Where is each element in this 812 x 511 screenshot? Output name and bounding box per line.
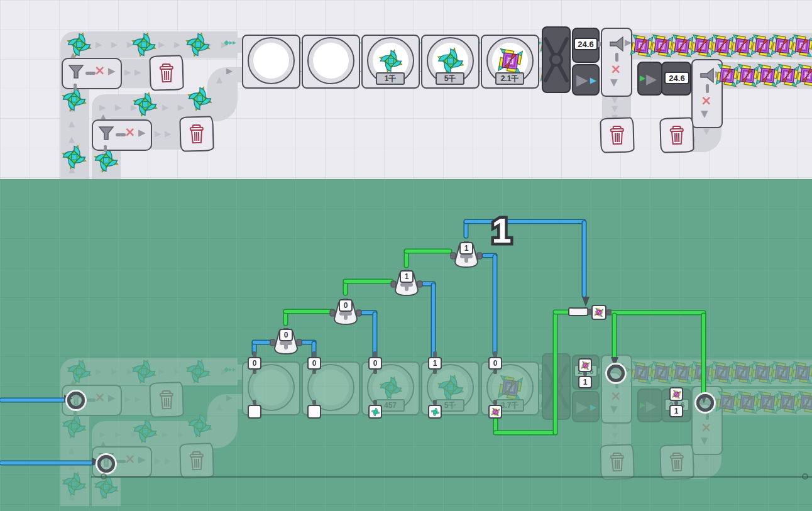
wire-nub <box>253 370 256 374</box>
arrow-icon: ▶ <box>138 128 146 138</box>
wire-ring-node[interactable] <box>607 365 625 382</box>
blue-play-icon: ▶ <box>590 75 596 85</box>
wire-segment-green[interactable] <box>702 314 705 395</box>
adder-value-tag[interactable]: 1 <box>400 270 414 283</box>
play-triangle-icon: ▶ <box>646 71 657 87</box>
wire-overlay: 001100010111 <box>0 179 812 511</box>
purple-pinwheel-item <box>794 62 812 89</box>
wire-segment-green[interactable] <box>284 310 334 313</box>
assembler-window <box>307 37 354 84</box>
wire-segment-green[interactable] <box>613 314 616 359</box>
pipe-dash <box>74 84 77 91</box>
wire-ring-node[interactable] <box>67 392 85 409</box>
svg-text:1: 1 <box>491 211 511 250</box>
machine-item-node[interactable] <box>428 405 442 419</box>
sensor-item-node[interactable] <box>591 305 606 320</box>
x-icon: × <box>610 63 624 77</box>
wire-ring-node[interactable] <box>696 394 714 412</box>
wire-connector-icon <box>582 297 590 307</box>
machine-signal-tag[interactable]: 1 <box>428 357 442 370</box>
wire-segment-blue[interactable] <box>0 461 94 464</box>
belt-chevron-icon: ▶ <box>174 40 180 48</box>
trash-machine[interactable] <box>600 117 634 153</box>
teal-pinwheel-item <box>61 144 87 170</box>
sender-machine[interactable]: ▶▶ <box>572 64 600 96</box>
pipe-dash <box>615 53 618 62</box>
wire-segment-green[interactable] <box>344 281 347 295</box>
trash-can-icon <box>669 125 686 146</box>
crossover-machine[interactable] <box>542 26 571 93</box>
teal-pinwheel-item <box>185 31 211 58</box>
counter-item-node[interactable] <box>578 358 592 372</box>
wire-segment-green[interactable] <box>603 311 705 314</box>
wire-nub <box>373 370 377 374</box>
arrow-up-icon: ▲ <box>101 113 106 120</box>
assembler-window <box>248 37 295 84</box>
x-icon: × <box>124 126 138 140</box>
belt-chevron-icon: ▼ <box>612 104 618 113</box>
teal-pinwheel-item <box>131 31 157 58</box>
counter-signal-tag[interactable]: 1 <box>669 405 683 417</box>
trash-machine[interactable] <box>149 55 184 91</box>
background-rule <box>91 476 812 478</box>
belt-chevron-icon: ▶ <box>155 129 161 138</box>
machine-item-node[interactable] <box>248 405 261 419</box>
adder-value-tag[interactable]: 1 <box>459 242 473 255</box>
background-rule-node <box>802 473 808 480</box>
wire-segment-green[interactable] <box>554 314 557 434</box>
machine-item-node[interactable] <box>368 405 382 419</box>
wire-nub <box>312 400 316 405</box>
wire-nub <box>493 400 497 405</box>
wire-nub <box>253 400 256 405</box>
adder-value-tag[interactable]: 0 <box>339 299 353 312</box>
wires-layer-view: ▶▶▶▶▶▶▶▶▶▲▲▲▲▲▲▲▲▲▲▶▶▶▶▶▶▲▶▶▶▶▼▼▼▼◀◆▸▸◆▸… <box>0 179 812 511</box>
trash-machine[interactable] <box>179 116 214 151</box>
wire-segment-green[interactable] <box>344 280 393 283</box>
arrow-up-icon: ▲ <box>70 52 75 58</box>
pipe-dash <box>706 84 709 93</box>
wire-segment-green[interactable] <box>405 251 408 267</box>
counter-item-node[interactable] <box>669 387 683 401</box>
wire-segment-blue[interactable] <box>0 398 67 402</box>
machine-item-node[interactable] <box>307 405 321 419</box>
belt-chevron-icon: ▲ <box>69 135 75 143</box>
counter-signal-tag[interactable]: 1 <box>578 376 592 388</box>
machine-signal-tag[interactable]: 0 <box>307 357 321 370</box>
wire-segment-blue[interactable] <box>253 341 270 344</box>
wire-segment-blue[interactable] <box>464 221 468 238</box>
belt-chevron-icon: ▶ <box>96 40 102 48</box>
belt-chevron-icon: ◆▸▸ <box>224 39 236 46</box>
funnel-icon <box>98 126 114 141</box>
machine-signal-tag[interactable]: 0 <box>248 357 261 370</box>
teal-pinwheel-item <box>187 85 213 112</box>
wire-segment-blue[interactable] <box>583 221 586 297</box>
wire-nub <box>606 309 612 316</box>
belt-chevron-icon: ▶ <box>158 40 165 48</box>
wire-segment-blue[interactable] <box>493 255 497 354</box>
adder-value-tag[interactable]: 0 <box>279 329 293 341</box>
machine-count-label: 5千 <box>436 72 464 85</box>
wire-segment-green[interactable] <box>284 311 287 325</box>
wire-ring-node[interactable] <box>97 455 115 473</box>
machine-signal-tag[interactable]: 0 <box>368 357 382 370</box>
belt-chevron-icon: ▶ <box>115 103 121 111</box>
sensor-input-bar[interactable] <box>568 307 588 316</box>
belt-chevron-icon: ▶ <box>162 103 168 111</box>
arrow-down-icon: ▼ <box>610 78 618 87</box>
wire-nub <box>493 370 497 374</box>
wire-segment-blue[interactable] <box>432 283 435 358</box>
belt-chevron-icon: ▶ <box>226 67 233 75</box>
counter-display: 24.6 <box>664 72 689 84</box>
belt-chevron-icon: ▲ <box>69 119 75 128</box>
wire-segment-green[interactable] <box>494 419 497 432</box>
trash-machine[interactable] <box>659 117 694 153</box>
belt-chevron-icon: ▶ <box>134 68 141 76</box>
belt-chevron-icon: ▶ <box>99 103 106 111</box>
machine-item-node[interactable] <box>488 405 502 419</box>
wire-segment-green[interactable] <box>494 431 556 434</box>
teal-pinwheel-item <box>132 91 158 118</box>
receiver-machine[interactable]: ▶▶ <box>637 62 662 96</box>
wire-segment-green[interactable] <box>405 250 451 253</box>
machine-signal-tag[interactable]: 0 <box>488 357 502 370</box>
machine-count-label: 1千 <box>376 72 405 85</box>
